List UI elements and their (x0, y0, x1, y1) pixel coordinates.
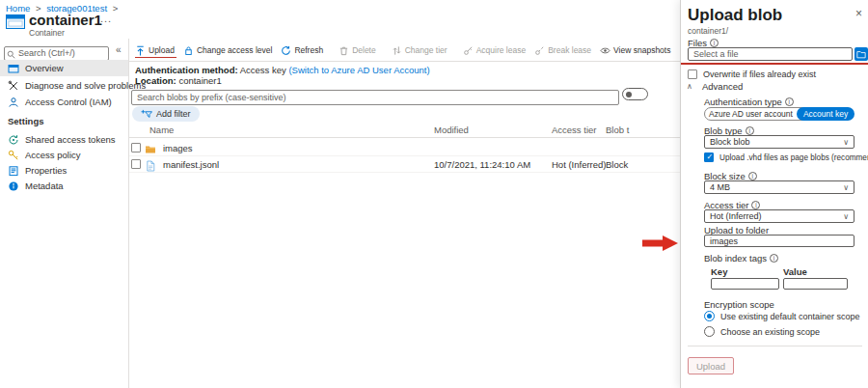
browse-files-button[interactable] (854, 47, 868, 61)
info-circle-icon (8, 180, 19, 192)
tag-value-field (783, 278, 848, 290)
auth-method-label: Authentication method: (135, 65, 238, 75)
annotation-underline (135, 57, 176, 58)
break-lease-button[interactable]: Break lease (534, 45, 591, 56)
row-checkbox[interactable] (131, 159, 141, 169)
properties-icon (8, 165, 19, 177)
radio-unselected-icon[interactable] (704, 326, 715, 337)
auth-type-toggle[interactable]: Azure AD user account Account key (704, 107, 853, 121)
location-label: Location: (135, 75, 176, 86)
sidebar-item-label: Diagnose and solve problems (25, 80, 146, 91)
column-header-modified[interactable]: Modified (434, 125, 469, 135)
blob-search (131, 87, 619, 102)
auth-type-label: Authentication type (704, 97, 794, 107)
upload-button[interactable]: Upload (135, 45, 175, 56)
tag-key-input[interactable] (711, 278, 779, 290)
vhd-checkbox[interactable] (704, 152, 714, 162)
table-row[interactable]: images (129, 140, 680, 156)
person-icon (8, 97, 19, 108)
block-size-value: 4 MB (710, 182, 730, 192)
blob-type: Block (606, 159, 628, 170)
file-input[interactable] (688, 47, 853, 61)
diagnose-icon (8, 80, 19, 92)
overwrite-checkbox-row[interactable]: Overwrite if files already exist (688, 69, 816, 79)
advanced-section-toggle[interactable]: Advanced (702, 81, 743, 92)
chevron-up-icon[interactable]: ∧ (687, 82, 692, 91)
info-icon (746, 126, 754, 135)
sidebar-item-properties[interactable]: Properties (0, 162, 128, 179)
trash-icon (339, 45, 349, 56)
toggle-switch[interactable] (622, 88, 648, 100)
breadcrumb-separator: > (113, 3, 119, 14)
tag-key-header: Key (711, 266, 727, 277)
radio-selected-icon[interactable] (704, 311, 715, 321)
auth-method-line: Authentication method: Access key (Switc… (135, 65, 430, 75)
delete-label: Delete (352, 45, 376, 55)
container-icon (6, 14, 25, 29)
breadcrumb-link-home[interactable]: Home (6, 3, 30, 14)
sidebar-item-label: Access policy (25, 150, 81, 160)
vhd-label: Upload .vhd files as page blobs (recomme… (719, 153, 868, 162)
delete-button[interactable]: Delete (339, 45, 376, 56)
sidebar-item-shared-access-tokens[interactable]: Shared access tokens (0, 131, 128, 148)
column-header-access-tier[interactable]: Access tier (552, 125, 596, 135)
sidebar: « Overview Diagnose and solve problems A… (0, 39, 129, 388)
key-icon (8, 150, 19, 161)
acquire-lease-button[interactable]: Acquire lease (463, 45, 527, 56)
collapse-sidebar-icon[interactable]: « (116, 44, 122, 55)
view-snapshots-button[interactable]: View snapshots (600, 45, 670, 56)
access-tier-select[interactable]: Hot (Inferred) ∨ (704, 209, 854, 223)
sidebar-item-label: Overview (25, 63, 64, 73)
sidebar-item-access-policy[interactable]: Access policy (0, 147, 128, 163)
encryption-option-existing[interactable]: Choose an existing scope (704, 326, 820, 337)
column-header-blob-type[interactable]: Blob t (606, 125, 629, 135)
tag-value-input[interactable] (783, 278, 848, 290)
blob-search-input[interactable] (131, 90, 619, 105)
blob-index-tags-label-text: Blob index tags (704, 253, 767, 263)
panel-upload-button[interactable]: Upload (688, 357, 734, 374)
overwrite-checkbox[interactable] (688, 69, 697, 79)
vhd-checkbox-row[interactable]: Upload .vhd files as page blobs (recomme… (704, 152, 868, 162)
chevron-down-icon: ∨ (843, 138, 849, 147)
chevron-down-icon: ∨ (843, 183, 849, 192)
sidebar-item-diagnose[interactable]: Diagnose and solve problems (0, 77, 128, 94)
change-access-level-button[interactable]: Change access level (183, 45, 272, 56)
page-subtitle: Container (29, 28, 65, 38)
panel-title: Upload blob (688, 6, 782, 25)
sidebar-section-settings: Settings (8, 116, 43, 126)
close-icon[interactable]: × (855, 7, 862, 20)
encryption-option-label: Choose an existing scope (720, 327, 820, 337)
break-lease-icon (534, 45, 545, 56)
sidebar-item-label: Shared access tokens (25, 134, 115, 145)
overwrite-label: Overwrite if files already exist (703, 69, 816, 79)
encryption-option-default[interactable]: Use existing default container scope (704, 311, 860, 321)
tag-value-header: Value (783, 266, 807, 277)
blob-type-select[interactable]: Block blob ∨ (704, 135, 854, 149)
file-field (688, 47, 853, 61)
block-size-select[interactable]: 4 MB ∨ (704, 180, 854, 194)
column-header-name[interactable]: Name (149, 125, 174, 135)
blob-name[interactable]: manifest.jsonl (163, 159, 219, 170)
acquire-lease-label: Acquire lease (476, 45, 527, 55)
add-filter-button[interactable]: Add filter (132, 106, 200, 122)
sidebar-item-access-control[interactable]: Access Control (IAM) (0, 94, 128, 110)
panel-subtitle: container1/ (688, 26, 728, 36)
upload-blob-panel: Upload blob × container1/ Files Overwrit… (680, 0, 868, 388)
row-checkbox[interactable] (131, 143, 141, 152)
auth-option-account-key[interactable]: Account key (797, 107, 854, 121)
sidebar-item-label: Access Control (IAM) (25, 97, 112, 107)
change-tier-button[interactable]: Change tier (392, 45, 448, 56)
sidebar-search-input[interactable] (4, 46, 109, 61)
blob-type-value: Block blob (710, 137, 750, 147)
lock-icon (183, 45, 194, 56)
sidebar-item-metadata[interactable]: Metadata (0, 178, 128, 194)
refresh-button[interactable]: Refresh (281, 45, 323, 56)
info-icon (751, 201, 760, 209)
switch-auth-link[interactable]: (Switch to Azure AD User Account) (288, 65, 429, 75)
upload-to-folder-input[interactable] (704, 235, 854, 247)
more-menu-icon[interactable]: ... (100, 13, 112, 24)
sidebar-item-overview[interactable]: Overview (0, 60, 128, 76)
blob-name[interactable]: images (163, 143, 193, 153)
table-row[interactable]: manifest.jsonl 10/7/2021, 11:24:10 AM Ho… (129, 156, 680, 173)
auth-option-azure-ad[interactable]: Azure AD user account (705, 109, 797, 119)
